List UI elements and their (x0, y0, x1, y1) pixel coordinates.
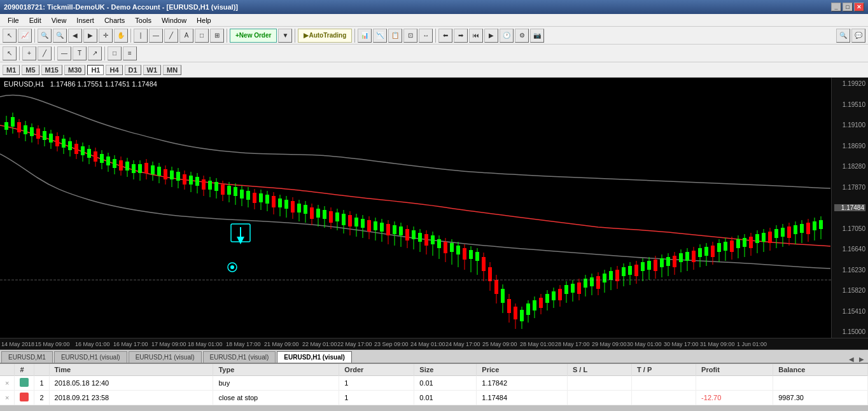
svg-rect-118 (361, 219, 365, 228)
clock-btn[interactable]: 🕐 (500, 29, 514, 43)
forward-btn[interactable]: ➡ (454, 29, 468, 43)
svg-rect-218 (679, 253, 683, 262)
tab-eurusd-m1[interactable]: EURUSD,M1 (1, 351, 53, 363)
scroll-right-btn[interactable]: ▶ (83, 29, 97, 43)
autotrading-btn[interactable]: ▶ AutoTrading (298, 29, 352, 43)
draw-text2-btn[interactable]: T (73, 46, 87, 60)
tf-d1[interactable]: D1 (125, 65, 141, 75)
cursor-btn[interactable]: ↖ (3, 46, 17, 60)
minimize-button[interactable]: _ (831, 3, 841, 11)
text-btn[interactable]: A (179, 29, 193, 43)
tf-m5[interactable]: M5 (22, 65, 39, 75)
arrow-tool-btn[interactable]: ↖ (3, 29, 17, 43)
hand-btn[interactable]: ✋ (114, 29, 128, 43)
svg-rect-172 (533, 300, 536, 310)
tab-eurusd-h1-3[interactable]: EURUSD,H1 (visual) (203, 351, 276, 363)
close-button[interactable]: ✕ (854, 3, 864, 11)
svg-rect-234 (730, 240, 734, 252)
svg-rect-132 (405, 229, 409, 240)
svg-rect-9 (30, 127, 34, 136)
zoom-in-btn[interactable]: 🔍 (38, 29, 52, 43)
menu-tools[interactable]: Tools (130, 15, 157, 25)
draw-arrow-btn[interactable]: ↗ (88, 46, 102, 60)
tf-h4[interactable]: H4 (106, 65, 122, 75)
svg-rect-232 (724, 242, 727, 251)
period-sep2-btn[interactable]: ↔ (419, 29, 433, 43)
menu-edit[interactable]: Edit (24, 15, 46, 25)
price-6: 1.17870 (834, 184, 865, 191)
maximize-button[interactable]: □ (843, 3, 853, 11)
row2-sl (567, 391, 631, 405)
menu-window[interactable]: Window (157, 15, 192, 25)
svg-rect-21 (68, 141, 72, 150)
tf-m30[interactable]: M30 (64, 65, 85, 75)
tab-scroll-right-btn[interactable]: ▶ (857, 356, 867, 363)
screenshot-btn[interactable]: 📷 (530, 29, 544, 43)
scroll-left-btn[interactable]: ◀ (68, 29, 82, 43)
tf-m15[interactable]: M15 (41, 65, 62, 75)
play-btn[interactable]: ▶ (484, 29, 498, 43)
menu-help[interactable]: Help (192, 15, 216, 25)
draw-channel-btn[interactable]: ≡ (123, 46, 137, 60)
draw-hline2-btn[interactable]: — (57, 46, 71, 60)
tab-eurusd-h1-2[interactable]: EURUSD,H1 (visual) (129, 351, 202, 363)
row2-close[interactable]: × (0, 391, 15, 405)
row2-type: close at stop (213, 391, 339, 405)
svg-rect-206 (641, 262, 645, 271)
new-order-btn[interactable]: + New Order (230, 29, 277, 43)
tf-w1[interactable]: W1 (143, 65, 162, 75)
svg-rect-134 (412, 230, 416, 239)
svg-rect-176 (545, 294, 549, 303)
zoom-fit-btn[interactable]: ⊡ (403, 29, 417, 43)
chat-btn[interactable]: 💬 (851, 29, 865, 43)
expand-btn[interactable]: ⊞ (210, 29, 224, 43)
draw-line-btn[interactable]: ╱ (38, 46, 52, 60)
title-bar: 2090018721: Tickmill-DemoUK - Demo Accou… (0, 0, 868, 14)
order-arrow-btn[interactable]: ▼ (278, 29, 292, 43)
indicators-btn[interactable]: 📉 (373, 29, 387, 43)
new-chart-btn[interactable]: 📈 (18, 29, 32, 43)
row1-close[interactable]: × (0, 376, 15, 391)
row2-profit: -12.70 (696, 391, 773, 405)
time-label-10: 23 Sep 09:00 (374, 341, 409, 347)
period-sep-btn[interactable]: | (134, 29, 148, 43)
svg-rect-72 (214, 182, 218, 191)
tline-btn[interactable]: ╱ (164, 29, 178, 43)
hline-btn[interactable]: — (149, 29, 163, 43)
menu-view[interactable]: View (46, 15, 72, 25)
menu-insert[interactable]: Insert (71, 15, 99, 25)
tab-scroll-left-btn[interactable]: ◀ (846, 356, 857, 363)
tf-m1[interactable]: M1 (3, 65, 20, 75)
start-btn[interactable]: ⏮ (469, 29, 483, 43)
col-order: Order (339, 364, 414, 376)
tf-h1[interactable]: H1 (87, 65, 104, 75)
chart-type-btn[interactable]: 📊 (358, 29, 372, 43)
row2-balance: 9987.30 (773, 391, 868, 405)
menu-charts[interactable]: Charts (99, 15, 130, 25)
draw-plus-btn[interactable]: + (22, 46, 36, 60)
svg-rect-110 (335, 212, 339, 221)
svg-rect-3 (11, 117, 15, 127)
search-btn[interactable]: 🔍 (836, 29, 850, 43)
settings-btn[interactable]: ⚙ (515, 29, 529, 43)
menu-file[interactable]: File (3, 15, 24, 25)
svg-point-38 (230, 265, 234, 269)
svg-rect-244 (762, 233, 766, 242)
rect-btn[interactable]: □ (195, 29, 209, 43)
svg-rect-108 (329, 211, 333, 223)
back-btn[interactable]: ⬅ (438, 29, 452, 43)
template-btn[interactable]: 📋 (388, 29, 402, 43)
svg-rect-204 (634, 265, 638, 276)
price-8: 1.16640 (834, 246, 865, 253)
draw-rect2-btn[interactable]: □ (108, 46, 122, 60)
zoom-out-btn[interactable]: 🔍 (53, 29, 67, 43)
svg-rect-148 (456, 246, 460, 254)
svg-rect-68 (202, 179, 206, 190)
svg-rect-82 (246, 191, 250, 200)
tab-eurusd-h1-4[interactable]: EURUSD,H1 (visual) (277, 351, 352, 363)
svg-rect-254 (794, 225, 797, 234)
chart-container[interactable]: EURUSD,H1 1.17486 1.17551 1.17451 1.1748… (0, 78, 868, 338)
tab-eurusd-h1-1[interactable]: EURUSD,H1 (visual) (54, 351, 127, 363)
crosshair-btn[interactable]: ✛ (99, 29, 113, 43)
tf-mn[interactable]: MN (163, 65, 181, 75)
